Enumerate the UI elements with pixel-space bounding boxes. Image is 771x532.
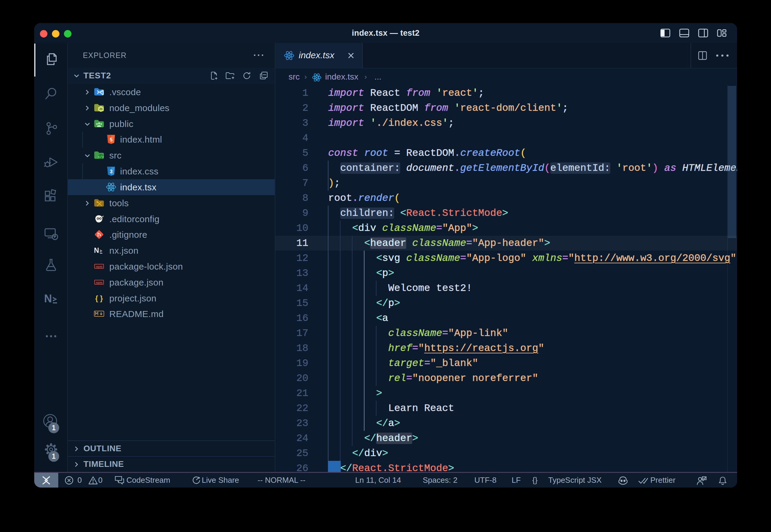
svg-text:npm: npm <box>96 281 102 284</box>
svg-text:N: N <box>94 246 99 254</box>
svg-text:JS: JS <box>99 107 102 110</box>
svg-text:N: N <box>44 292 52 305</box>
svg-text:3: 3 <box>110 169 112 174</box>
svg-text:</>: </> <box>98 155 104 159</box>
svg-text:npm: npm <box>96 265 102 268</box>
svg-text:5: 5 <box>110 137 112 143</box>
svg-text:{ }: { } <box>95 294 103 302</box>
